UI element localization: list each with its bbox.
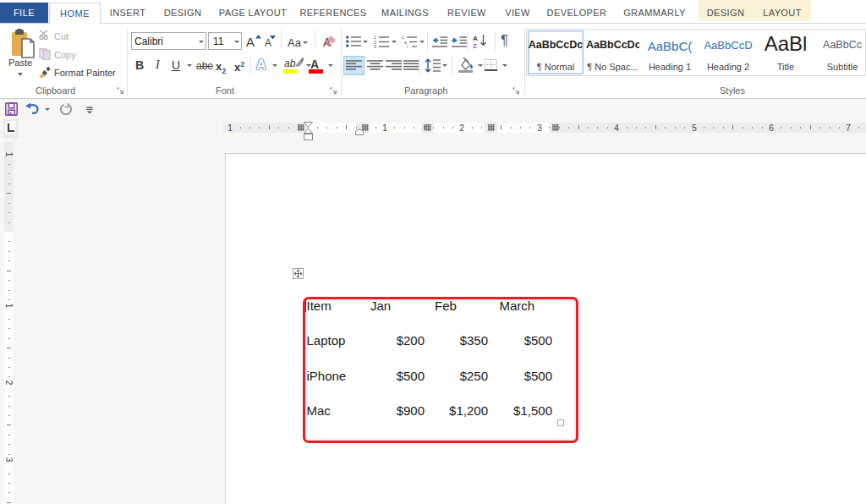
svg-text:Z: Z — [473, 42, 477, 49]
svg-text:A: A — [473, 35, 478, 42]
svg-text:i: i — [407, 44, 408, 48]
svg-text:3: 3 — [374, 44, 376, 48]
